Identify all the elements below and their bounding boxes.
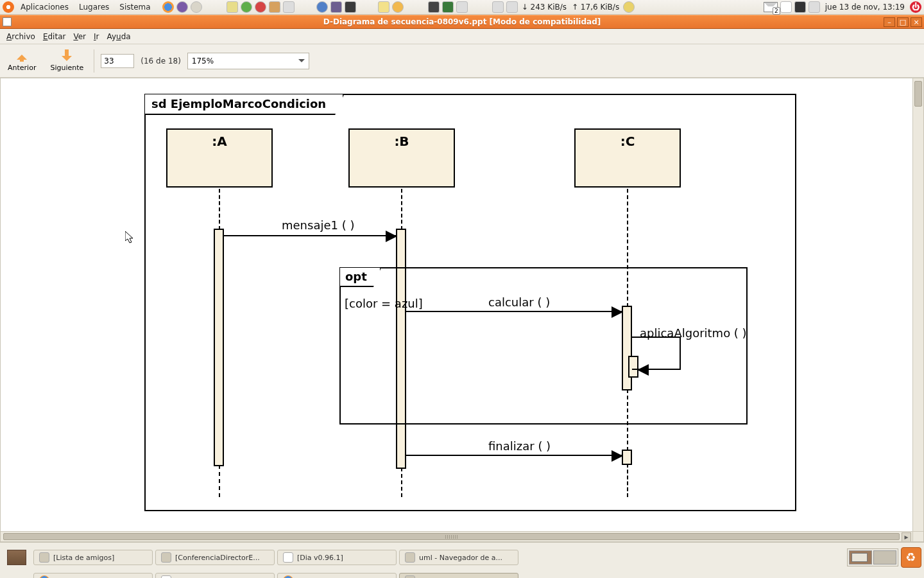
clock[interactable]: jue 13 de nov, 13:19 (823, 3, 907, 12)
sysmon-icon[interactable] (442, 1, 454, 13)
app-icon (39, 552, 49, 563)
gnome-bottom-panel: [Lista de amigos] [ConferenciaDirectorE.… (0, 542, 924, 578)
scrollbar-thumb[interactable] (3, 533, 900, 540)
launcher-icon[interactable] (269, 1, 280, 13)
launcher-icon[interactable] (345, 1, 356, 13)
arrowhead-icon (612, 450, 623, 462)
zoom-combobox[interactable]: 175% (187, 53, 309, 69)
document-viewport: sd EjemploMarcoCondicion :A :B :C mensaj… (0, 78, 924, 542)
arrowhead-icon (386, 231, 397, 242)
msg-calcular-label: calcular ( ) (488, 295, 550, 309)
pidgin-launcher-icon[interactable] (176, 1, 188, 13)
vertical-scrollbar[interactable] (912, 78, 923, 531)
taskbar-item[interactable]: [ConferenciaDirectorE... (155, 550, 275, 565)
prev-page-button[interactable]: Anterior (4, 48, 40, 73)
taskbar-item[interactable]: uml - Navegador de a... (399, 550, 518, 565)
firefox-icon (39, 575, 49, 578)
next-page-button[interactable]: Siguiente (46, 48, 87, 73)
sd-frame-title: sd EjemploMarcoCondicion (145, 94, 344, 115)
chevron-down-icon (298, 59, 305, 66)
taskbar-item[interactable]: [Diagrama1.dia] (155, 573, 275, 578)
page-count-label: (16 de 18) (141, 57, 181, 66)
launcher-icon[interactable] (378, 1, 389, 13)
firefox-launcher-icon[interactable] (162, 1, 174, 13)
arrowhead-left-icon (637, 364, 649, 376)
zoom-value: 175% (192, 57, 214, 66)
activation-a (214, 229, 224, 466)
places-menu[interactable]: Lugares (75, 1, 113, 13)
horizontal-scrollbar[interactable]: ▸ (1, 531, 912, 541)
mail-notifier-icon[interactable]: 2 (764, 2, 778, 12)
app-icon (161, 552, 171, 563)
power-button-icon[interactable]: ⏻ (910, 1, 921, 13)
msg-calcular (406, 311, 622, 312)
workspace-switcher[interactable] (847, 548, 898, 566)
app-icon (161, 575, 171, 578)
window-titlebar[interactable]: D-Diagrama de secuencia-0809v6.ppt [Modo… (0, 15, 924, 29)
maximize-button[interactable]: □ (897, 17, 909, 27)
lifeline-b-dash (401, 468, 402, 497)
workspace-1[interactable] (849, 550, 872, 565)
app-icon (405, 575, 415, 578)
page-number-input[interactable] (101, 54, 134, 68)
launcher-icon[interactable] (283, 1, 295, 13)
mail-count-badge: 2 (773, 7, 780, 15)
tray-icon[interactable] (492, 1, 504, 13)
msg-mensaje1-label: mensaje1 ( ) (282, 218, 354, 232)
tray-icon[interactable] (794, 1, 806, 13)
launcher-icon[interactable] (191, 1, 202, 13)
tray-icon[interactable] (780, 1, 792, 13)
slide-canvas: sd EjemploMarcoCondicion :A :B :C mensaj… (4, 78, 912, 531)
toolbar-separator (94, 49, 94, 73)
tray-icon[interactable] (506, 1, 518, 13)
show-desktop-button[interactable] (3, 543, 31, 572)
lifeline-a-dash (219, 189, 220, 230)
menu-ayuda[interactable]: Ayuda (105, 31, 133, 42)
minimize-button[interactable]: – (884, 17, 895, 27)
msg-finalizar-label: finalizar ( ) (488, 439, 551, 453)
task-label: [Dia v0.96.1] (297, 554, 343, 562)
app-menubar: Archivo Editar Ver Ir Ayuda (0, 29, 924, 44)
launcher-icon[interactable] (241, 1, 252, 13)
arrow-down-icon (58, 49, 75, 62)
sd-frame: sd EjemploMarcoCondicion :A :B :C mensaj… (144, 94, 796, 511)
app-icon (405, 552, 415, 563)
taskbar-item[interactable]: [Lista de amigos] (33, 550, 153, 565)
system-menu[interactable]: Sistema (116, 1, 154, 13)
net-down-speed: ↓ 243 KiB/s (520, 3, 568, 12)
taskbar-item[interactable]: Gmail - Redactar - gal... (277, 573, 397, 578)
menu-archivo[interactable]: Archivo (4, 31, 38, 42)
launcher-icon[interactable] (255, 1, 266, 13)
launcher-icon[interactable] (227, 1, 238, 13)
close-button[interactable]: × (911, 17, 922, 27)
apps-menu[interactable]: Aplicaciones (17, 1, 73, 13)
weather-icon[interactable] (623, 1, 635, 13)
menu-ir[interactable]: Ir (91, 31, 101, 42)
msg-mensaje1 (224, 235, 396, 236)
launcher-icon[interactable] (316, 1, 328, 13)
taskbar-item[interactable]: D-Diagrama de secue... (399, 573, 518, 578)
launcher-icon[interactable] (392, 1, 404, 13)
activation-c2 (622, 450, 632, 465)
msg-aplica-label: aplicaAlgoritmo ( ) (640, 326, 747, 340)
menu-ver[interactable]: Ver (71, 31, 89, 42)
prev-label: Anterior (8, 64, 36, 72)
app-toolbar: Anterior Siguiente (16 de 18) 175% (0, 44, 924, 78)
scroll-right-button[interactable]: ▸ (902, 532, 911, 542)
ubuntu-logo-icon[interactable] (3, 1, 14, 13)
launcher-icon[interactable] (330, 1, 342, 13)
net-up-speed: ↑ 17,6 KiB/s (570, 3, 620, 12)
taskbar-item[interactable]: [Dia v0.96.1] (277, 550, 397, 565)
msg-finalizar (406, 455, 622, 456)
menu-editar[interactable]: Editar (40, 31, 69, 42)
volume-icon[interactable] (809, 1, 820, 13)
task-label: [ConferenciaDirectorE... (175, 554, 260, 562)
workspace-2[interactable] (873, 550, 896, 565)
tray-icon[interactable] (456, 1, 468, 13)
arrowhead-icon (612, 306, 623, 318)
taskbar-item[interactable]: [Gmail - Welcome to t... (33, 573, 153, 578)
sysmon-icon[interactable] (428, 1, 440, 13)
scrollbar-thumb[interactable] (914, 81, 922, 107)
lifeline-a-dash (219, 465, 220, 497)
trash-icon[interactable] (901, 547, 921, 568)
